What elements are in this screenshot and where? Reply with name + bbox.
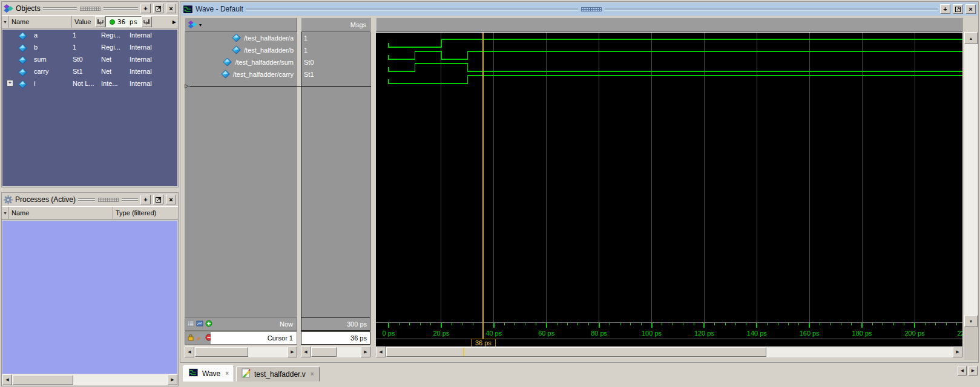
- wave-options-icon[interactable]: [196, 320, 203, 327]
- objects-titlebar[interactable]: Objects + ×: [2, 2, 178, 15]
- signal-diamond-icon: [221, 70, 230, 80]
- processes-hscroll-thumb[interactable]: [13, 375, 73, 385]
- wave-signal-name-row[interactable]: /test_halfadder/b: [185, 44, 297, 56]
- source-file-icon: [242, 368, 251, 380]
- wave-canvas-header: [376, 18, 962, 32]
- objects-header-name[interactable]: Name: [9, 16, 72, 28]
- waveform-canvas[interactable]: [376, 32, 962, 317]
- scroll-right-icon[interactable]: ▶: [288, 346, 297, 357]
- objects-close-button[interactable]: ×: [166, 4, 176, 13]
- processes-header-type[interactable]: Type (filtered): [113, 207, 178, 219]
- signal-diamond-icon: [232, 45, 241, 56]
- objects-undock-button[interactable]: [153, 4, 163, 13]
- signal-value: St1: [304, 71, 314, 78]
- wave-titlebar[interactable]: Wave - Default + ×: [181, 2, 978, 16]
- processes-undock-button[interactable]: [153, 195, 163, 204]
- processes-close-button[interactable]: ×: [166, 195, 176, 204]
- scroll-left-icon[interactable]: ◀: [376, 346, 386, 357]
- scroll-down-icon[interactable]: ▼: [964, 315, 978, 327]
- wave-signal-name-row[interactable]: /test_halfadder/a: [185, 32, 297, 44]
- object-name: sum: [34, 56, 47, 63]
- wave-close-button[interactable]: ×: [965, 4, 976, 14]
- wave-signal-value-row[interactable]: 1: [301, 44, 370, 56]
- cursor-label: Cursor 1: [268, 334, 293, 342]
- scroll-right-icon[interactable]: ▶: [953, 346, 962, 357]
- wave-vscrollbar[interactable]: ▲ ▼: [964, 32, 978, 327]
- processes-filter-icon[interactable]: ▼: [2, 207, 9, 219]
- prev-event-button[interactable]: [95, 16, 105, 27]
- export-icon[interactable]: [187, 320, 194, 327]
- svg-text:20 ps: 20 ps: [433, 330, 449, 337]
- wave-hscroll-thumb[interactable]: [386, 347, 766, 357]
- timeline-ruler[interactable]: 0 ps20 ps40 ps60 ps80 ps100 ps120 ps140 …: [376, 317, 962, 348]
- names-hscrollbar[interactable]: ◀ ▶: [185, 346, 297, 357]
- wave-hscrollbar[interactable]: ◀ ▶: [376, 346, 962, 357]
- signal-diamond-icon: [18, 80, 27, 90]
- values-hscrollbar[interactable]: ◀ ▶: [301, 346, 370, 357]
- objects-row[interactable]: carrySt1NetInternal: [2, 66, 177, 78]
- processes-panel: Processes (Active) + × ▼ Name Type (filt…: [1, 192, 179, 386]
- objects-row[interactable]: a1Regi...Internal: [2, 30, 177, 42]
- scroll-left-icon[interactable]: ◀: [301, 346, 311, 357]
- svg-text:0 ps: 0 ps: [383, 330, 395, 337]
- object-name: i: [34, 80, 35, 87]
- tab-close-icon[interactable]: ×: [225, 370, 229, 377]
- scroll-right-icon[interactable]: ▶: [361, 346, 370, 357]
- tab-label: Wave: [202, 369, 220, 378]
- wave-signal-value-row[interactable]: St0: [301, 56, 370, 68]
- signal-path: /test_halfadder/sum: [235, 59, 294, 66]
- objects-row[interactable]: b1Regi...Internal: [2, 42, 177, 54]
- tab-test-halfadder-v[interactable]: test_halfadder.v×: [236, 366, 320, 382]
- cursor-value-cell[interactable]: 36 ps: [301, 331, 370, 345]
- wave-names-header[interactable]: ▾: [185, 18, 297, 32]
- processes-add-button[interactable]: +: [140, 195, 151, 204]
- objects-header-overflow-icon[interactable]: ▶: [171, 16, 178, 28]
- wave-drag-grip[interactable]: [246, 7, 938, 11]
- processes-hscrollbar[interactable]: ◀ ▶: [2, 374, 177, 385]
- scrollbar-corner: [964, 327, 978, 360]
- wave-signal-name-row[interactable]: /test_halfadder/sum: [185, 56, 297, 68]
- cursor-lock-icon[interactable]: [187, 334, 194, 341]
- add-cursor-icon[interactable]: [205, 320, 212, 327]
- wave-signal-value-row[interactable]: 1: [301, 32, 370, 44]
- wave-undock-button[interactable]: [953, 4, 963, 14]
- objects-row[interactable]: sumSt0NetInternal: [2, 54, 177, 66]
- cursor-properties-icon[interactable]: [196, 334, 203, 341]
- scroll-right-icon[interactable]: ▶: [168, 374, 177, 385]
- objects-filter-icon[interactable]: ▼: [2, 16, 9, 28]
- objects-drag-grip[interactable]: [43, 7, 138, 11]
- scroll-left-icon[interactable]: ◀: [185, 346, 194, 357]
- signal-value: St0: [304, 59, 314, 66]
- cursor-name-box[interactable]: Cursor 1: [211, 332, 297, 344]
- objects-header-value[interactable]: Value: [72, 16, 95, 28]
- processes-titlebar[interactable]: Processes (Active) + ×: [2, 193, 178, 206]
- expand-icon[interactable]: +: [7, 80, 13, 86]
- wave-msgs-header[interactable]: Msgs: [301, 18, 370, 32]
- wave-signal-value-row[interactable]: St1: [301, 68, 370, 80]
- objects-time-field[interactable]: 36 ps: [105, 16, 142, 27]
- object-kind: Net: [101, 56, 111, 63]
- tab-close-icon[interactable]: ×: [311, 371, 314, 377]
- now-row-label-cell: Now: [185, 317, 297, 331]
- tab-wave[interactable]: Wave×: [183, 365, 234, 382]
- names-hscroll-thumb[interactable]: [195, 347, 248, 357]
- wave-title: Wave - Default: [196, 5, 243, 13]
- objects-add-button[interactable]: +: [140, 4, 151, 13]
- object-kind: Regi...: [101, 31, 120, 39]
- cursor-row-label-cell[interactable]: Cursor 1: [185, 331, 297, 345]
- tabbar-scroll-right[interactable]: ▶: [968, 366, 978, 376]
- scroll-up-icon[interactable]: ▲: [964, 32, 978, 44]
- signal-path: /test_halfadder/b: [244, 47, 294, 54]
- object-value: St0: [73, 56, 83, 63]
- chevron-down-icon[interactable]: ▾: [199, 22, 202, 28]
- processes-gear-icon: [4, 195, 13, 204]
- processes-drag-grip[interactable]: [78, 198, 138, 202]
- objects-row[interactable]: +iNot L...Inte...Internal: [2, 78, 177, 90]
- wave-signal-name-row[interactable]: /test_halfadder/carry: [185, 68, 297, 80]
- values-hscroll-thumb[interactable]: [311, 347, 337, 357]
- processes-header-name[interactable]: Name: [9, 207, 113, 219]
- scroll-left-icon[interactable]: ◀: [2, 374, 12, 385]
- tabbar-scroll-left[interactable]: ◀: [958, 366, 967, 376]
- next-event-button[interactable]: [142, 16, 152, 27]
- wave-add-button[interactable]: +: [940, 4, 950, 14]
